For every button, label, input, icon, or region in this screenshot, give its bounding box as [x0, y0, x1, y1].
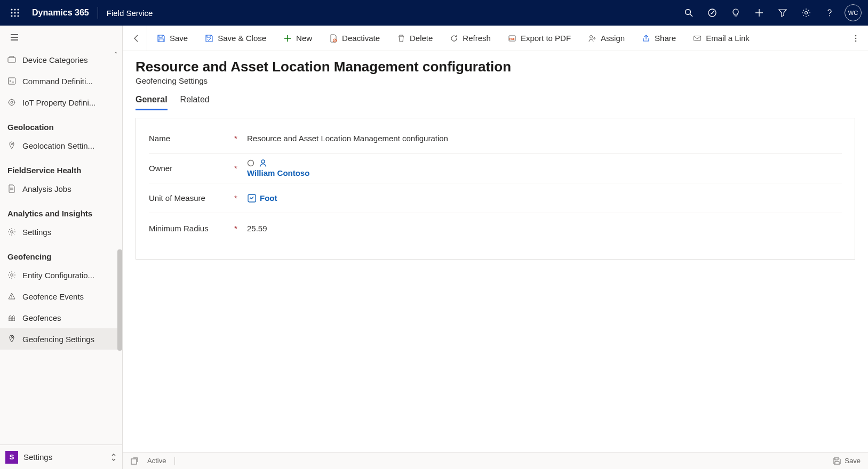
svg-point-6 [11, 15, 12, 17]
search-button[interactable] [677, 0, 700, 26]
task-button[interactable] [700, 0, 724, 26]
help-button[interactable] [818, 0, 841, 26]
hamburger-icon [10, 33, 19, 42]
add-button[interactable] [747, 0, 771, 26]
uom-field[interactable]: Foot [247, 193, 842, 203]
email-link-button[interactable]: Email a Link [686, 26, 757, 51]
assign-button[interactable]: Assign [580, 26, 632, 51]
svg-point-20 [11, 274, 13, 277]
svg-point-29 [855, 37, 857, 39]
category-icon [7, 55, 16, 64]
svg-point-21 [11, 297, 12, 298]
svg-rect-14 [8, 58, 15, 62]
statusbar-save-button[interactable]: Save [833, 457, 861, 465]
sidebar-item-command-definitions[interactable]: Command Definiti... [0, 70, 122, 92]
sidebar-item-device-categories[interactable]: Device Categories [0, 49, 122, 70]
user-avatar[interactable]: WC [845, 4, 862, 21]
sidebar-item-label: IoT Property Defini... [22, 98, 95, 107]
cmd-label: Share [655, 34, 676, 43]
circle-icon [247, 159, 254, 167]
lightbulb-icon [731, 8, 740, 18]
sidebar-item-geofences[interactable]: Geofences [0, 307, 122, 328]
owner-field[interactable]: William Contoso [247, 159, 842, 177]
area-label: Settings [23, 452, 105, 462]
svg-point-4 [14, 12, 15, 13]
svg-point-12 [805, 12, 808, 14]
statusbar-save-label: Save [845, 457, 861, 465]
sidebar-item-geofencing-settings[interactable]: Geofencing Settings [0, 328, 122, 350]
uom-lookup-value[interactable]: Foot [260, 193, 277, 203]
svg-line-10 [690, 14, 693, 17]
share-button[interactable]: Share [634, 26, 683, 51]
page-title: Resource and Asset Location Management c… [136, 59, 855, 75]
gear-icon [7, 228, 16, 236]
tab-general[interactable]: General [136, 95, 168, 110]
record-status: Active [147, 457, 166, 465]
svg-text:PDF: PDF [509, 37, 515, 40]
question-icon [825, 8, 834, 18]
sidebar-toggle[interactable] [0, 26, 122, 49]
svg-point-3 [11, 12, 12, 13]
iot-icon [7, 98, 16, 107]
svg-point-30 [855, 40, 857, 42]
radius-field[interactable]: 25.59 [247, 224, 842, 233]
save-button[interactable]: Save [149, 26, 195, 51]
app-name[interactable]: Field Service [107, 9, 153, 18]
collapse-caret-icon[interactable]: ⌃ [114, 51, 118, 57]
task-icon [707, 8, 717, 18]
name-field[interactable]: Resource and Asset Location Management c… [247, 134, 842, 143]
cmd-label: Refresh [463, 34, 491, 43]
delete-button[interactable]: Delete [389, 26, 440, 51]
plus-icon [754, 8, 764, 18]
more-commands-button[interactable] [847, 26, 865, 51]
sidebar-group-analytics: Analytics and Insights [0, 199, 122, 221]
owner-lookup-value[interactable]: William Contoso [247, 168, 842, 177]
gear-icon [7, 271, 16, 279]
cmd-label: Save & Close [218, 34, 266, 43]
cmd-label: Delete [410, 34, 433, 43]
deactivate-button[interactable]: Deactivate [322, 26, 387, 51]
sidebar-item-geolocation-settings[interactable]: Geolocation Settin... [0, 135, 122, 156]
svg-point-19 [11, 231, 13, 233]
back-button[interactable] [126, 26, 147, 51]
refresh-button[interactable]: Refresh [442, 26, 498, 51]
sidebar-item-label: Geofences [22, 313, 61, 322]
brand-label: Dynamics 365 [32, 8, 89, 18]
search-icon [684, 8, 694, 18]
save-icon [833, 457, 841, 465]
idea-button[interactable] [724, 0, 747, 26]
save-close-button[interactable]: Save & Close [197, 26, 274, 51]
sidebar-item-analysis-jobs[interactable]: Analysis Jobs [0, 178, 122, 199]
svg-point-26 [590, 35, 593, 38]
entity-icon [247, 193, 257, 203]
area-switcher[interactable]: S Settings [0, 444, 122, 469]
svg-rect-34 [131, 459, 137, 464]
topbar-divider [98, 7, 98, 19]
cmd-label: Export to PDF [521, 34, 571, 43]
tab-related[interactable]: Related [180, 95, 210, 110]
sidebar-item-entity-config[interactable]: Entity Configuratio... [0, 264, 122, 286]
filter-button[interactable] [771, 0, 794, 26]
sidebar-group-geofencing: Geofencing [0, 242, 122, 264]
sidebar-item-iot-property[interactable]: IoT Property Defini... [0, 92, 122, 113]
sidebar-scrollbar[interactable] [117, 249, 122, 351]
sidebar-item-geofence-events[interactable]: Geofence Events [0, 286, 122, 307]
sidebar-item-analytics-settings[interactable]: Settings [0, 221, 122, 242]
chevron-updown-icon [110, 452, 117, 462]
svg-point-0 [11, 9, 12, 10]
svg-point-2 [17, 9, 19, 10]
svg-point-28 [855, 35, 857, 36]
new-button[interactable]: New [276, 26, 320, 51]
export-pdf-button[interactable]: PDF Export to PDF [500, 26, 578, 51]
warning-icon [7, 292, 16, 301]
sidebar-item-label: Device Categories [22, 55, 88, 64]
popout-button[interactable] [130, 457, 139, 465]
sidebar-item-label: Geofencing Settings [22, 335, 94, 344]
plus-icon [283, 34, 292, 43]
app-launcher[interactable] [6, 4, 23, 21]
settings-button[interactable] [794, 0, 818, 26]
assign-icon [588, 34, 596, 43]
svg-point-22 [11, 337, 13, 338]
sidebar-group-geolocation: Geolocation [0, 113, 122, 135]
svg-point-5 [17, 12, 19, 13]
